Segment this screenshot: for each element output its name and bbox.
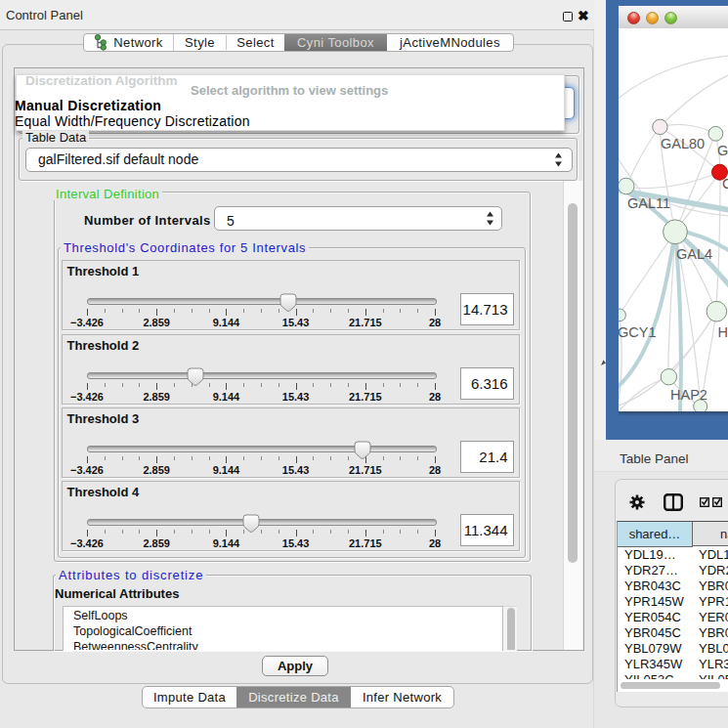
svg-text:GAL4: GAL4 xyxy=(676,246,712,262)
svg-text:GAL11: GAL11 xyxy=(627,195,670,211)
svg-text:C: C xyxy=(722,176,728,192)
svg-text:HAP2: HAP2 xyxy=(670,387,707,403)
svg-text:H: H xyxy=(718,324,728,340)
svg-text:GAL80: GAL80 xyxy=(661,136,705,151)
svg-text:G.: G. xyxy=(717,143,728,158)
svg-text:GCY1: GCY1 xyxy=(619,324,657,340)
